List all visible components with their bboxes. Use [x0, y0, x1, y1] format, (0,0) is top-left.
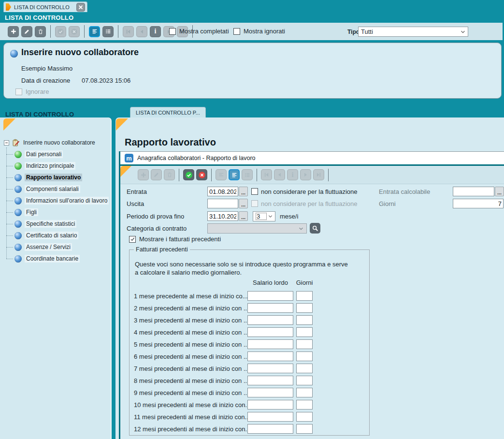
tree-root-node[interactable]: Inserire nuovo collaboratore	[4, 138, 109, 147]
edit-button[interactable]	[21, 26, 32, 37]
mostrare-label: Mostrare i fatturati precedenti	[139, 235, 221, 243]
salario-lordo-input[interactable]	[247, 351, 293, 361]
collapse-icon[interactable]	[4, 140, 9, 146]
last-icon	[316, 172, 322, 178]
tree-item-label[interactable]: Figli	[25, 208, 38, 216]
rapporto-form: Entrata ... non considerare per la flutt…	[120, 184, 504, 439]
giorni-row-input[interactable]	[296, 315, 313, 325]
info-button[interactable]: i	[150, 26, 161, 37]
giorni-row-input[interactable]	[296, 424, 313, 434]
toolbar-separator	[50, 25, 51, 38]
tree-item[interactable]: Figli	[4, 206, 109, 218]
giorni-row-input[interactable]	[296, 351, 313, 361]
uscita-picker-button[interactable]: ...	[239, 199, 248, 208]
detail-view-button[interactable]	[89, 26, 100, 37]
tree-item-label[interactable]: Dati personali	[25, 150, 63, 158]
tree-item[interactable]: Certificato di salario	[4, 230, 109, 241]
periodo-picker-button[interactable]: ...	[239, 211, 248, 221]
categoria-search-button[interactable]	[310, 223, 320, 234]
uscita-input[interactable]	[207, 199, 238, 208]
giorni-row-input[interactable]	[296, 376, 313, 385]
tree-item[interactable]: Componenti salariali	[4, 183, 109, 195]
show-ignored-checkbox[interactable]	[233, 28, 240, 35]
reject-button[interactable]	[196, 169, 207, 180]
tree-item-label[interactable]: Indirizzo principale	[25, 162, 75, 170]
tree-item-label[interactable]: Certificato di salario	[25, 232, 78, 239]
giorni-row-input[interactable]	[296, 291, 313, 301]
fluttuazione1-checkbox[interactable]	[251, 188, 258, 195]
delete-button[interactable]	[35, 26, 46, 37]
salario-lordo-input[interactable]	[247, 376, 293, 385]
panel-corner-icon	[3, 118, 16, 131]
giorni-row-input[interactable]	[296, 327, 313, 337]
giorni-row-input[interactable]	[296, 388, 313, 397]
periodo-input[interactable]	[207, 211, 238, 221]
salario-lordo-input[interactable]	[247, 364, 293, 373]
tree-root-label[interactable]: Inserire nuovo collaboratore	[22, 139, 97, 146]
salario-lordo-input[interactable]	[247, 412, 293, 422]
show-completed-option[interactable]: Mostra completati	[169, 28, 229, 35]
toolbar-separator	[257, 169, 257, 181]
info-icon: i	[292, 171, 294, 179]
mostrare-option[interactable]: Mostrare i fatturati precedenti	[129, 235, 221, 243]
status-sphere-icon	[14, 244, 22, 251]
giorni-row-input[interactable]	[296, 303, 313, 313]
list-view-button	[242, 169, 253, 180]
detail-tab[interactable]: LISTA DI CONTROLLO P...	[130, 107, 206, 118]
salario-lordo-input[interactable]	[247, 327, 293, 337]
task-title: Inserire nuovo collaboratore	[21, 47, 139, 58]
tree-item-label[interactable]: Componenti salariali	[25, 185, 80, 193]
show-ignored-option[interactable]: Mostra ignorati	[233, 28, 285, 35]
tree-item[interactable]: Indirizzo principale	[4, 160, 109, 172]
type-filter-dropdown[interactable]: Tutti	[358, 27, 468, 37]
tree-item[interactable]: Dati personali	[4, 148, 109, 160]
checklist-header: LISTA DI CONTROLLO	[5, 14, 73, 21]
salario-lordo-input[interactable]	[247, 339, 293, 349]
giorni-row-input[interactable]	[296, 412, 313, 422]
giorni-row-input[interactable]	[296, 400, 313, 410]
entrata-picker-button[interactable]: ...	[239, 187, 248, 196]
salario-lordo-input[interactable]	[247, 388, 293, 397]
tree-item-label[interactable]: Rapporto lavorativo	[25, 174, 82, 181]
fluttuazione2-checkbox	[251, 200, 258, 207]
tree-item[interactable]: Coordinate bancarie	[4, 253, 109, 264]
salario-lordo-input[interactable]	[247, 291, 293, 301]
tree-item-label[interactable]: Assenze / Servizi	[25, 243, 72, 251]
tree-item[interactable]: Rapporto lavorativo	[4, 172, 109, 183]
fatturati-row-label: 11 mesi precedenti al mese di inizio con…	[134, 413, 250, 421]
fatturati-description-1: Queste voci sono necessarie solo se si i…	[135, 261, 348, 268]
trash-icon	[167, 172, 173, 178]
toolbar-separator	[211, 169, 212, 181]
giorni-input[interactable]	[453, 199, 504, 208]
tree-item[interactable]: Assenze / Servizi	[4, 241, 109, 253]
entrata-calc-input[interactable]	[453, 187, 494, 196]
tree-item[interactable]: Specifiche statistici	[4, 218, 109, 230]
salario-lordo-input[interactable]	[247, 315, 293, 325]
trash-icon	[38, 29, 43, 35]
add-button[interactable]	[8, 26, 19, 37]
entrata-input[interactable]	[207, 187, 238, 196]
giorni-row-input[interactable]	[296, 339, 313, 349]
salario-lordo-input[interactable]	[247, 400, 293, 410]
show-completed-checkbox[interactable]	[169, 28, 176, 35]
tree-item-label[interactable]: Coordinate bancarie	[25, 255, 80, 263]
close-tab-button[interactable]	[76, 3, 85, 12]
document-tab[interactable]: LISTA DI CONTROLLO	[3, 1, 87, 12]
list-view-button[interactable]	[102, 26, 114, 37]
status-sphere-icon	[14, 255, 22, 263]
tree-item-label[interactable]: Informazioni sull'orario di lavoro	[25, 197, 109, 205]
window-titlebar: m Anagrafica collaboratori - Rapporto di…	[120, 151, 504, 166]
tree-item-label[interactable]: Specifiche statistici	[25, 220, 76, 228]
entrata-calc-picker-button[interactable]: ...	[495, 187, 504, 196]
fatturati-row: 12 mesi precedenti al mese di inizio con…	[130, 423, 369, 435]
confirm-button[interactable]	[183, 169, 194, 180]
salario-lordo-input[interactable]	[247, 303, 293, 313]
salario-lordo-input[interactable]	[247, 424, 293, 434]
giorni-row-input[interactable]	[296, 364, 313, 373]
periodo-label: Periodo di prova fino	[127, 213, 184, 220]
mesi-dropdown[interactable]: 3	[253, 211, 275, 221]
categoria-dropdown[interactable]	[207, 223, 307, 234]
tree-item[interactable]: Informazioni sull'orario di lavoro	[4, 195, 109, 206]
mostrare-checkbox[interactable]	[129, 236, 136, 243]
detail-view-button[interactable]	[229, 169, 240, 180]
